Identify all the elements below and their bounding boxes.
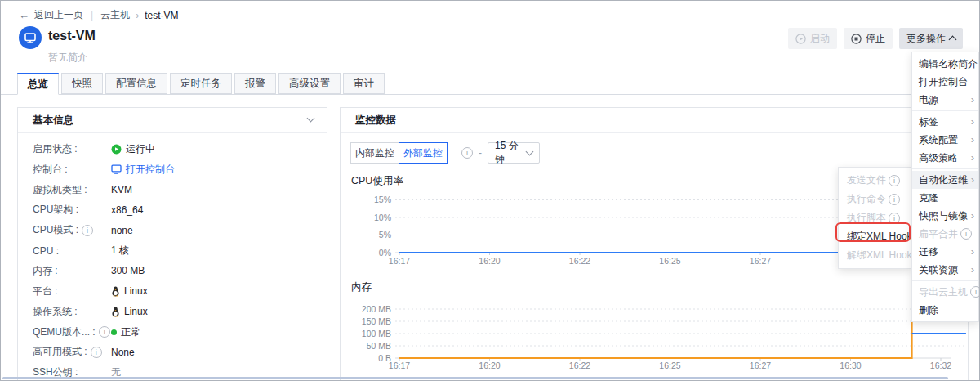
menu-item-16[interactable]: 删除 xyxy=(912,301,978,319)
info-icon: i xyxy=(889,194,900,205)
x-tick-label: 16:22 xyxy=(569,361,590,370)
info-label: 启用状态 : xyxy=(33,142,111,156)
interval-value: 15 分钟 xyxy=(495,139,527,167)
submenu-arrow-icon: › xyxy=(971,149,974,167)
menu-item-5[interactable]: 系统配置› xyxy=(912,131,978,149)
back-link[interactable]: 返回上一页 xyxy=(34,8,83,22)
breadcrumb: ← 返回上一页 | 云主机 › test-VM xyxy=(19,8,178,22)
x-tick-label: 16:30 xyxy=(840,361,861,370)
interval-select[interactable]: 15 分钟 xyxy=(488,142,540,164)
tab-1[interactable]: 快照 xyxy=(61,73,103,94)
menu-item-11: 扁平合并i xyxy=(912,225,978,243)
memory-orange-line xyxy=(399,296,912,358)
monitoring-title: 监控数据 xyxy=(355,114,396,126)
info-row-9: QEMU版本... :i正常 xyxy=(18,322,327,343)
menu-item-10[interactable]: 快照与镜像› xyxy=(912,207,978,225)
info-label: 控制台 : xyxy=(33,163,111,177)
tab-6[interactable]: 审计 xyxy=(343,73,385,94)
info-label: CPU : xyxy=(33,245,111,257)
submenu-item-4: 解绑XML Hook xyxy=(839,246,911,265)
menu-item-8[interactable]: 自动化运维› xyxy=(912,171,978,189)
vm-detail-page: ← 返回上一页 | 云主机 › test-VM test-VM 暂无简介 启动 xyxy=(0,0,980,381)
menu-item-15: 导出云主机i xyxy=(912,283,978,301)
info-icon: i xyxy=(461,147,473,159)
submenu-item-2: 执行脚本i xyxy=(839,208,911,227)
y-tick-label: 150 MB xyxy=(362,316,391,326)
info-row-7: 平台 :Linux xyxy=(18,281,327,302)
submenu-item-3[interactable]: 绑定XML Hook xyxy=(839,227,911,246)
y-tick-label: 50 MB xyxy=(367,341,391,351)
info-icon: i xyxy=(889,175,900,186)
green-dot-icon xyxy=(111,329,117,335)
menu-item-2[interactable]: 电源› xyxy=(912,91,978,109)
info-row-5: CPU :1 核 xyxy=(18,240,327,261)
submenu-arrow-icon: › xyxy=(971,207,974,225)
menu-divider xyxy=(912,280,978,281)
info-value-7: Linux xyxy=(111,285,148,297)
tab-bar: 总览快照配置信息定时任务报警高级设置审计 xyxy=(17,73,385,95)
cpu-chart-title: CPU使用率 xyxy=(351,174,403,188)
info-row-0: 启用状态 :运行中 xyxy=(18,139,327,159)
submenu-arrow-icon: › xyxy=(971,131,974,149)
y-tick-label: 100 MB xyxy=(362,329,391,338)
horizontal-scrollbar[interactable] xyxy=(2,377,948,379)
breadcrumb-current: test-VM xyxy=(145,10,178,21)
x-tick-label: 16:17 xyxy=(389,256,410,266)
x-tick-label: 16:32 xyxy=(930,361,951,370)
menu-item-1[interactable]: 打开控制台 xyxy=(912,73,978,91)
vm-avatar xyxy=(19,26,42,49)
more-actions-menu: 编辑名称简介打开控制台电源›标签›系统配置›高级策略›自动化运维›克隆快照与镜像… xyxy=(911,52,979,322)
submenu-arrow-icon: › xyxy=(971,113,974,131)
info-label: 内存 : xyxy=(33,264,111,278)
chevron-up-icon xyxy=(949,36,957,44)
menu-item-9[interactable]: 克隆 xyxy=(912,189,978,207)
menu-divider xyxy=(912,168,978,169)
info-value-2: KVM xyxy=(111,184,132,195)
submenu-arrow-icon: › xyxy=(971,261,974,279)
monitor-mode-0[interactable]: 内部监控 xyxy=(350,142,399,164)
back-arrow-icon[interactable]: ← xyxy=(19,9,29,21)
menu-item-6[interactable]: 高级策略› xyxy=(912,149,978,167)
info-icon: i xyxy=(99,326,110,338)
y-tick-label: 15% xyxy=(374,195,391,204)
tab-5[interactable]: 高级设置 xyxy=(278,73,341,94)
info-label: 平台 : xyxy=(33,285,111,298)
info-icon: i xyxy=(889,213,900,224)
tab-4[interactable]: 报警 xyxy=(234,73,276,94)
info-row-2: 虚拟机类型 :KVM xyxy=(18,180,327,200)
info-label: CPU架构 : xyxy=(33,203,111,217)
menu-item-12[interactable]: 迁移› xyxy=(912,243,978,261)
more-actions-button[interactable]: 更多操作 xyxy=(899,28,963,49)
linux-icon xyxy=(111,307,120,317)
memory-chart-title: 内存 xyxy=(351,280,372,294)
stop-button[interactable]: 停止 xyxy=(844,28,893,49)
start-button[interactable]: 启动 xyxy=(788,28,837,49)
info-value-8: Linux xyxy=(111,306,148,317)
menu-item-13[interactable]: 关联资源› xyxy=(912,261,978,279)
tab-0[interactable]: 总览 xyxy=(17,73,59,95)
info-icon: i xyxy=(970,286,980,298)
menu-item-4[interactable]: 标签› xyxy=(912,113,978,131)
info-value-1[interactable]: 打开控制台 xyxy=(111,163,175,177)
tab-3[interactable]: 定时任务 xyxy=(170,73,232,94)
info-label: 高可用模式 :i xyxy=(33,345,111,359)
x-tick-label: 16:17 xyxy=(389,361,410,370)
info-label: QEMU版本... :i xyxy=(33,325,111,339)
menu-item-0[interactable]: 编辑名称简介 xyxy=(912,55,978,73)
tab-2[interactable]: 配置信息 xyxy=(105,73,167,94)
x-tick-label: 16:20 xyxy=(479,361,500,370)
collapse-chevron-icon[interactable] xyxy=(307,114,315,123)
breadcrumb-chevron-icon: › xyxy=(136,10,139,21)
info-row-8: 操作系统 :Linux xyxy=(18,302,327,322)
monitor-mode-1[interactable]: 外部监控 xyxy=(399,142,448,164)
automation-submenu: 发送文件i执行命令i执行脚本i绑定XML Hook解绑XML Hook xyxy=(838,167,911,269)
monitoring-header: 监控数据 xyxy=(341,108,968,133)
breadcrumb-section[interactable]: 云主机 xyxy=(100,8,130,22)
info-value-5: 1 核 xyxy=(111,244,129,258)
info-row-3: CPU架构 :x86_64 xyxy=(18,200,327,221)
monitor-mode-group: 内部监控外部监控 xyxy=(350,142,448,164)
basic-info-rows: 启用状态 :运行中控制台 :打开控制台虚拟机类型 :KVMCPU架构 :x86_… xyxy=(18,139,327,381)
info-row-10: 高可用模式 :iNone xyxy=(18,342,327,362)
submenu-item-0: 发送文件i xyxy=(839,171,911,190)
submenu-arrow-icon: › xyxy=(971,243,974,261)
